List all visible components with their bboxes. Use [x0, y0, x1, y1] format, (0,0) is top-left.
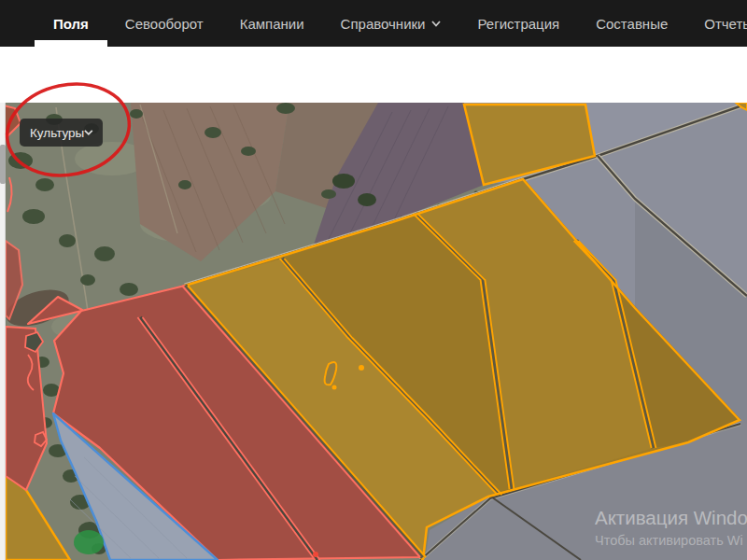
map-canvas[interactable] [0, 103, 747, 560]
chevron-down-icon [431, 21, 441, 27]
content-spacer [0, 47, 747, 103]
red-marker-dot [313, 552, 318, 557]
green-patch [74, 530, 104, 554]
cultures-dropdown-button[interactable]: Культуры [20, 119, 103, 147]
nav-item-fields[interactable]: Поля [53, 0, 89, 47]
nav-item-registration[interactable]: Регистрация [477, 0, 559, 47]
nav-item-label: Справочники [341, 16, 426, 32]
nav-menu: Поля Севооборот Кампании Справочники Рег… [0, 0, 747, 47]
nav-item-crop-rotation[interactable]: Севооборот [125, 0, 204, 47]
nav-item-label: Регистрация [477, 16, 559, 32]
chevron-down-icon [84, 129, 93, 136]
nav-item-label: Отчеты [704, 16, 747, 32]
nav-item-label: Кампании [240, 16, 304, 32]
nav-item-label: Поля [53, 16, 89, 32]
scrollbar-thumb[interactable] [0, 145, 6, 184]
nav-item-campaigns[interactable]: Кампании [240, 0, 304, 47]
field-map[interactable]: Культуры Активация Windows Чтобы активир… [0, 103, 747, 560]
nav-item-label: Севооборот [125, 16, 204, 32]
left-panel-strip [0, 103, 6, 560]
nav-item-composites[interactable]: Составные [596, 0, 668, 47]
nav-item-reports[interactable]: Отчеты [704, 0, 747, 47]
nav-item-directories[interactable]: Справочники [341, 0, 442, 47]
nav-item-label: Составные [596, 16, 668, 32]
top-nav-bar: Поля Севооборот Кампании Справочники Рег… [0, 0, 747, 47]
cultures-dropdown-label: Культуры [30, 126, 84, 140]
